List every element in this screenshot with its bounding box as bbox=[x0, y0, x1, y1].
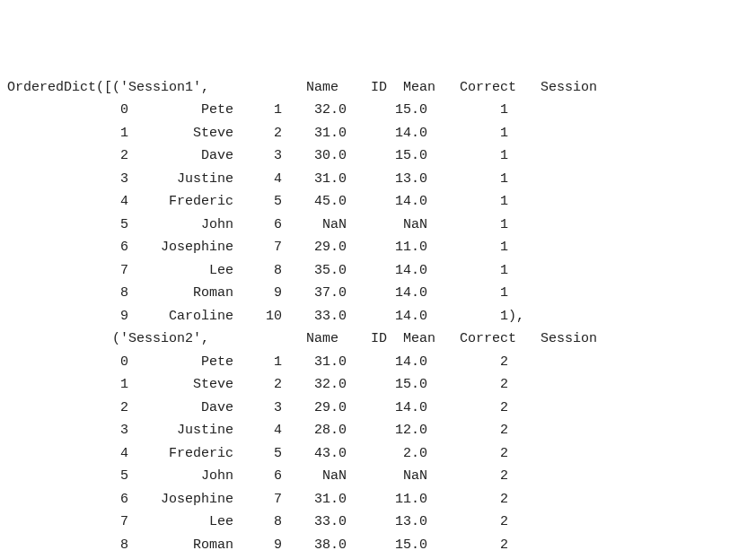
ordereddict-repr: OrderedDict([('Session1', Name ID Mean C… bbox=[7, 76, 749, 560]
